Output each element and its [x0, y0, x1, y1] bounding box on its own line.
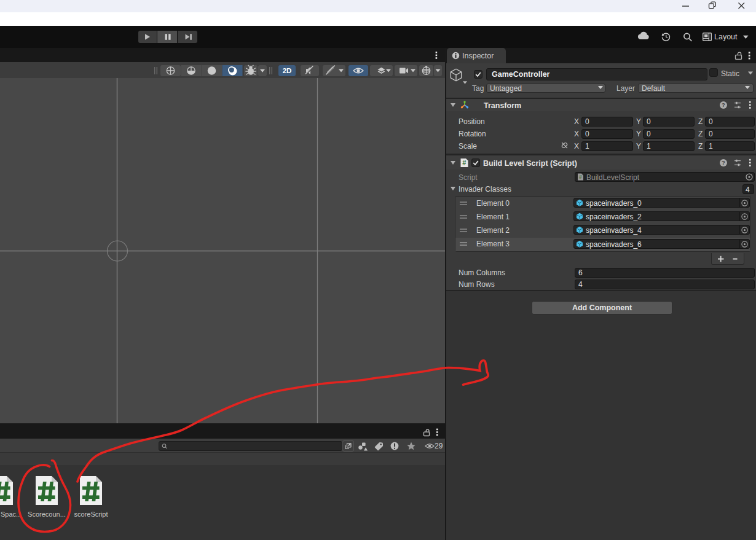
- svg-text:#: #: [462, 159, 466, 166]
- svg-text:2D: 2D: [283, 67, 292, 74]
- svg-text:#: #: [579, 174, 582, 180]
- svg-text:?: ?: [722, 101, 725, 108]
- svg-text:?: ?: [722, 159, 725, 166]
